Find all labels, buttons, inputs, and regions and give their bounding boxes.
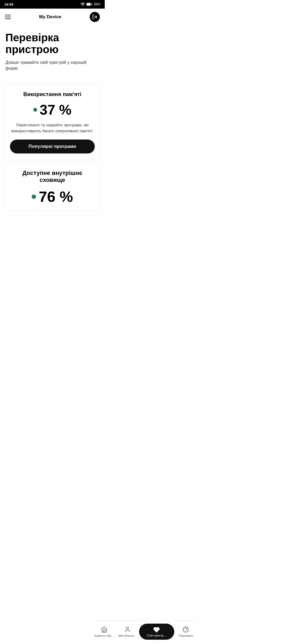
memory-card: Використання пам'яті 37 % Перегляньте та… [4,85,100,160]
storage-card-title: Доступне внутрішнє сховище [10,170,95,184]
status-time: 19:59 [4,2,13,6]
battery-icon [86,3,92,6]
svg-rect-2 [92,4,92,5]
storage-dot-indicator [32,195,36,199]
status-bar: 19:59 88% [0,0,105,9]
wifi-icon [81,3,85,6]
menu-button[interactable] [5,15,11,19]
scroll-area: Перевірка пристрою Довше тримайте свій п… [0,25,105,240]
hero-title: Перевірка пристрою [5,32,99,55]
logout-button[interactable] [90,12,100,22]
hero-section: Перевірка пристрою Довше тримайте свій п… [0,25,105,82]
popular-apps-button[interactable]: Популярні програми [10,140,95,153]
page-title: My Device [39,14,61,20]
svg-rect-1 [87,3,90,5]
hero-subtitle: Довше тримайте свій пристрій у хорошій ф… [5,60,99,72]
storage-percentage: 76 % [39,189,73,204]
storage-value-row: 76 % [10,189,95,204]
memory-percentage: 37 % [40,103,72,117]
memory-card-title: Використання пам'яті [10,91,95,97]
storage-card: Доступне внутрішнє сховище 76 % [4,163,100,211]
status-icons: 88% [81,2,100,6]
memory-description: Перегляньте та закрийте програми, які ви… [10,122,95,134]
battery-percentage: 88% [94,2,100,6]
memory-value-row: 37 % [10,103,95,117]
top-nav: My Device [0,9,105,25]
memory-dot-indicator [33,108,37,112]
